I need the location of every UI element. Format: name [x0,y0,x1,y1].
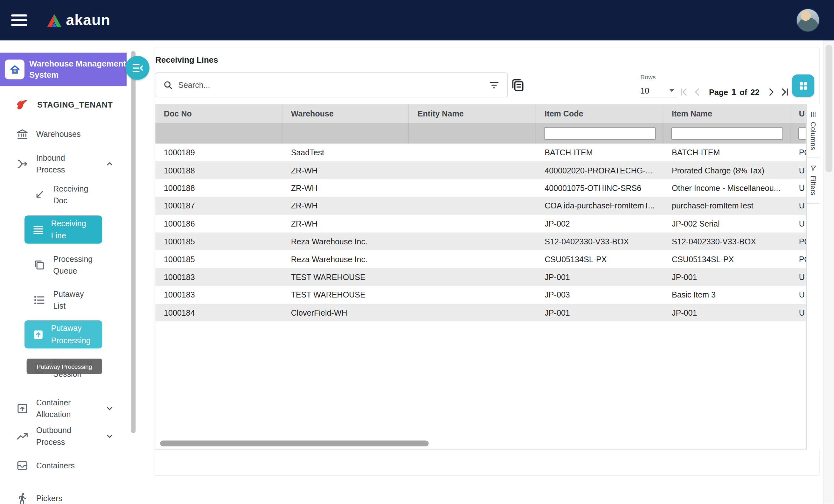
cell-uom: PC [790,144,806,161]
tab-columns[interactable]: Columns [807,104,820,158]
sidebar-item-putaway-processing[interactable]: Putaway Processing [24,321,102,349]
akaun-triangle-logo-icon [46,13,62,27]
cell-warehouse: ZR-WH [282,179,409,197]
sidebar-item-pickers[interactable]: Pickers [0,488,127,504]
wms-app-icon [5,60,24,79]
cell-item-name: Prorated Charge (8% Tax) [663,161,790,179]
sidebar-collapse-button[interactable] [126,56,150,80]
grid-view-button[interactable] [792,74,814,97]
sidebar-item-receiving-doc[interactable]: Receiving Doc [0,182,127,207]
table-row[interactable]: 1000188ZR-WH400002020-PRORATECHG-...Pror… [155,161,806,179]
cell-warehouse: TEST WAREHOUSE [282,268,409,286]
page-indicator: Page 1 of 22 [709,87,760,98]
sidebar-item-label: Putaway List [53,288,96,312]
sidebar-app-header[interactable]: Warehouse Management System [0,53,127,86]
column-header-item-name[interactable]: Item Name [663,104,790,123]
warehouses-icon [16,128,29,140]
sidebar-item-receiving-line[interactable]: Receiving Line [24,215,102,244]
sidebar-item-label: Receiving Line [51,218,94,241]
search-input[interactable] [178,81,483,89]
cell-doc-no: 1000184 [155,304,282,321]
sidebar-item-label: Containers [36,459,75,472]
pickers-icon [16,492,29,504]
rows-per-page-value: 10 [640,86,649,95]
filter-input-item-code[interactable] [544,127,656,140]
last-page-button[interactable] [778,85,792,99]
cell-entity-name [409,144,536,161]
table-row[interactable]: 1000186ZR-WHJP-002JP-002 SerialU [155,215,806,233]
filter-input-item-name[interactable] [671,127,783,140]
pagination: Page 1 of 22 [677,85,792,99]
previous-page-button[interactable] [690,85,704,99]
sidebar-item-container-allocation[interactable]: Container Allocation [0,395,127,422]
filter-cell-uom [790,123,806,144]
filter-cell-entity-name [409,123,536,144]
table-filter-row [155,123,806,144]
cell-item-name: purchaseFromItemTest [663,197,790,215]
brand-logo[interactable]: akaun [46,12,110,29]
sidebar-item-processing-queue[interactable]: Processing Queue [0,252,127,278]
rows-per-page-select[interactable]: 10 [640,84,677,97]
sidebar-item-containers[interactable]: Containers [0,455,127,476]
table-row[interactable]: 1000187ZR-WHCOA ida-purchaseFromItemT...… [155,197,806,215]
table-row[interactable]: 1000185Reza Warehouse Inc.CSU05134SL-PXC… [155,250,806,268]
cell-item-code: JP-001 [536,304,663,321]
cell-item-code: CSU05134SL-PX [536,250,663,268]
filter-list-icon[interactable] [488,79,500,91]
cell-uom: PC [790,233,806,250]
cell-entity-name [409,179,536,197]
cell-entity-name [409,197,536,215]
cell-item-code: 400001075-OTHINC-SRS6 [536,179,663,197]
cell-entity-name [409,250,536,268]
hamburger-menu-icon[interactable] [11,12,27,29]
cell-uom: U [790,286,806,304]
cell-item-name: S12-0402330-V33-BOX [663,233,790,250]
sidebar-item-putaway-list[interactable]: Putaway List [0,287,127,313]
tab-filters[interactable]: Filters [807,158,820,203]
inbound-process-icon [16,157,29,170]
table-body: 1000189SaadTestBATCH-ITEMBATCH-ITEMPC100… [155,144,806,321]
cell-entity-name [409,286,536,304]
chevron-down-icon[interactable] [105,432,114,441]
sidebar-item-outbound-process[interactable]: Outbound Process [0,422,127,450]
cell-item-code: JP-003 [536,286,663,304]
filter-input-uom[interactable] [798,127,806,140]
putaway-processing-tooltip: Putaway Processing [27,358,102,374]
multi-page-view-icon[interactable] [509,77,525,93]
column-header-item-code[interactable]: Item Code [536,104,663,123]
top-bar: akaun [0,0,834,40]
column-header-doc-no[interactable]: Doc No [155,104,282,123]
column-header-uom[interactable]: U [790,104,806,123]
user-avatar[interactable] [796,8,820,32]
table-row[interactable]: 1000185Reza Warehouse Inc.S12-0402330-V3… [155,233,806,250]
sidebar: Warehouse Management System STAGING_TENA… [0,40,137,504]
table-row[interactable]: 1000183TEST WAREHOUSEJP-001JP-001U [155,268,806,286]
chevron-down-icon[interactable] [105,404,114,413]
sidebar-item-inbound-process[interactable]: Inbound Process [0,151,127,177]
column-header-warehouse[interactable]: Warehouse [282,104,409,123]
sidebar-app-title: Warehouse Management System [29,59,127,80]
tenant-selector[interactable]: STAGING_TENANT [15,97,113,112]
current-page-number: 1 [731,87,736,98]
sidebar-scrollbar-thumb[interactable] [131,51,135,433]
table-row[interactable]: 1000183TEST WAREHOUSEJP-003Basic Item 3U [155,286,806,304]
chevron-up-icon[interactable] [105,160,114,168]
cell-uom: U [790,197,806,215]
next-page-button[interactable] [764,85,778,99]
first-page-button[interactable] [677,85,690,99]
of-label: of [740,88,747,96]
column-header-entity-name[interactable]: Entity Name [409,104,536,123]
page-scrollbar-thumb[interactable] [826,45,832,172]
sidebar-item-warehouses[interactable]: Warehouses [0,125,127,144]
cell-doc-no: 1000188 [155,161,282,179]
cell-item-code: S12-0402330-V33-BOX [536,233,663,250]
cell-warehouse: ZR-WH [282,161,409,179]
cell-entity-name [409,233,536,250]
search-icon [163,80,173,90]
receiving-lines-table: Doc No Warehouse Entity Name Item Code I… [155,104,806,450]
table-row[interactable]: 1000188ZR-WH400001075-OTHINC-SRS6Other I… [155,179,806,197]
rows-per-page-label: Rows [640,74,656,80]
horizontal-scrollbar-thumb[interactable] [160,441,429,446]
table-row[interactable]: 1000189SaadTestBATCH-ITEMBATCH-ITEMPC [155,144,806,161]
table-row[interactable]: 1000184CloverField-WHJP-001JP-001U [155,304,806,321]
